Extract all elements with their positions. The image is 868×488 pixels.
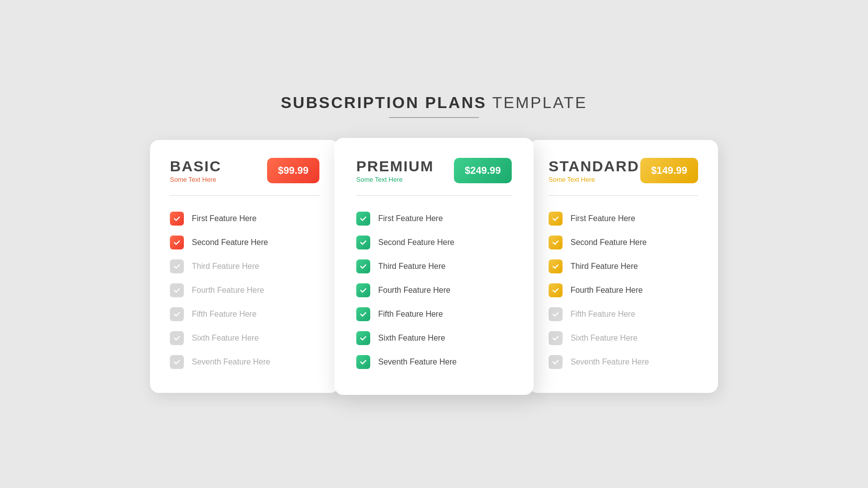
feature-text-standard-4: Fifth Feature Here bbox=[571, 310, 635, 319]
list-item: Seventh Feature Here bbox=[356, 351, 512, 373]
feature-text-standard-5: Sixth Feature Here bbox=[571, 334, 637, 343]
price-badge-standard[interactable]: $149.99 bbox=[640, 158, 698, 183]
list-item: Sixth Feature Here bbox=[170, 327, 319, 349]
list-item: Third Feature Here bbox=[170, 255, 319, 277]
list-item: Seventh Feature Here bbox=[549, 351, 698, 373]
check-icon-standard-2 bbox=[549, 259, 563, 273]
check-icon-premium-5 bbox=[356, 331, 370, 345]
plan-card-standard: STANDARDSome Text Here$149.99First Featu… bbox=[529, 140, 718, 393]
check-icon-premium-3 bbox=[356, 283, 370, 297]
feature-text-basic-6: Seventh Feature Here bbox=[192, 358, 270, 366]
list-item: Second Feature Here bbox=[549, 232, 698, 253]
feature-text-basic-1: Second Feature Here bbox=[192, 238, 268, 247]
feature-text-standard-6: Seventh Feature Here bbox=[571, 358, 649, 366]
plan-name-basic: BASIC bbox=[170, 158, 221, 175]
list-item: Seventh Feature Here bbox=[170, 351, 319, 373]
check-icon-premium-4 bbox=[356, 307, 370, 321]
check-icon-premium-0 bbox=[356, 212, 370, 226]
feature-text-premium-5: Sixth Feature Here bbox=[378, 334, 445, 343]
page-title: SUBSCRIPTION PLANS TEMPLATE bbox=[281, 94, 587, 112]
plan-name-block-basic: BASICSome Text Here bbox=[170, 158, 221, 183]
divider-basic bbox=[170, 195, 319, 196]
plan-name-block-standard: STANDARDSome Text Here bbox=[549, 158, 639, 183]
list-item: Fifth Feature Here bbox=[170, 303, 319, 325]
check-icon-standard-3 bbox=[549, 283, 563, 297]
feature-text-premium-4: Fifth Feature Here bbox=[378, 310, 443, 319]
card-header-basic: BASICSome Text Here$99.99 bbox=[170, 158, 319, 183]
feature-text-basic-2: Third Feature Here bbox=[192, 262, 259, 271]
plan-name-block-premium: PREMIUMSome Text Here bbox=[356, 158, 434, 183]
list-item: Third Feature Here bbox=[356, 255, 512, 277]
page-header: SUBSCRIPTION PLANS TEMPLATE bbox=[281, 94, 587, 118]
check-icon-basic-6 bbox=[170, 355, 184, 369]
check-icon-standard-0 bbox=[549, 212, 563, 226]
feature-text-basic-4: Fifth Feature Here bbox=[192, 310, 257, 319]
plan-name-standard: STANDARD bbox=[549, 158, 639, 175]
list-item: First Feature Here bbox=[170, 208, 319, 230]
feature-text-standard-1: Second Feature Here bbox=[571, 238, 647, 247]
feature-text-premium-0: First Feature Here bbox=[378, 214, 443, 223]
list-item: Fourth Feature Here bbox=[170, 279, 319, 301]
check-icon-standard-4 bbox=[549, 307, 563, 321]
check-icon-basic-5 bbox=[170, 331, 184, 345]
check-icon-premium-2 bbox=[356, 259, 370, 273]
card-header-standard: STANDARDSome Text Here$149.99 bbox=[549, 158, 698, 183]
list-item: Fourth Feature Here bbox=[549, 279, 698, 301]
feature-list-basic: First Feature HereSecond Feature HereThi… bbox=[170, 208, 319, 373]
price-badge-basic[interactable]: $99.99 bbox=[267, 158, 319, 183]
plan-subtitle-basic: Some Text Here bbox=[170, 176, 221, 183]
feature-text-premium-2: Third Feature Here bbox=[378, 262, 445, 271]
list-item: First Feature Here bbox=[356, 208, 512, 230]
list-item: Fourth Feature Here bbox=[356, 279, 512, 301]
check-icon-standard-5 bbox=[549, 331, 563, 345]
check-icon-basic-2 bbox=[170, 259, 184, 273]
check-icon-basic-4 bbox=[170, 307, 184, 321]
feature-text-standard-3: Fourth Feature Here bbox=[571, 286, 643, 295]
feature-text-standard-2: Third Feature Here bbox=[571, 262, 638, 271]
check-icon-basic-1 bbox=[170, 236, 184, 249]
list-item: First Feature Here bbox=[549, 208, 698, 230]
plan-subtitle-standard: Some Text Here bbox=[549, 176, 639, 183]
list-item: Sixth Feature Here bbox=[549, 327, 698, 349]
plan-subtitle-premium: Some Text Here bbox=[356, 176, 434, 183]
title-underline bbox=[389, 117, 479, 118]
card-header-premium: PREMIUMSome Text Here$249.99 bbox=[356, 158, 512, 183]
feature-text-standard-0: First Feature Here bbox=[571, 214, 635, 223]
feature-text-basic-0: First Feature Here bbox=[192, 214, 257, 223]
feature-text-premium-3: Fourth Feature Here bbox=[378, 286, 450, 295]
plan-name-premium: PREMIUM bbox=[356, 158, 434, 175]
list-item: Third Feature Here bbox=[549, 255, 698, 277]
list-item: Fifth Feature Here bbox=[549, 303, 698, 325]
list-item: Second Feature Here bbox=[170, 232, 319, 253]
list-item: Sixth Feature Here bbox=[356, 327, 512, 349]
check-icon-premium-6 bbox=[356, 355, 370, 369]
check-icon-basic-0 bbox=[170, 212, 184, 226]
divider-standard bbox=[549, 195, 698, 196]
list-item: Fifth Feature Here bbox=[356, 303, 512, 325]
check-icon-standard-1 bbox=[549, 236, 563, 249]
cards-container: BASICSome Text Here$99.99First Feature H… bbox=[150, 138, 718, 395]
feature-list-premium: First Feature HereSecond Feature HereThi… bbox=[356, 208, 512, 373]
list-item: Second Feature Here bbox=[356, 232, 512, 253]
plan-card-basic: BASICSome Text Here$99.99First Feature H… bbox=[150, 140, 339, 393]
check-icon-standard-6 bbox=[549, 355, 563, 369]
check-icon-premium-1 bbox=[356, 236, 370, 249]
price-badge-premium[interactable]: $249.99 bbox=[454, 158, 512, 183]
check-icon-basic-3 bbox=[170, 283, 184, 297]
feature-text-premium-1: Second Feature Here bbox=[378, 238, 454, 247]
divider-premium bbox=[356, 195, 512, 196]
plan-card-premium: PREMIUMSome Text Here$249.99First Featur… bbox=[334, 138, 534, 395]
feature-list-standard: First Feature HereSecond Feature HereThi… bbox=[549, 208, 698, 373]
feature-text-basic-5: Sixth Feature Here bbox=[192, 334, 259, 343]
feature-text-basic-3: Fourth Feature Here bbox=[192, 286, 264, 295]
feature-text-premium-6: Seventh Feature Here bbox=[378, 358, 456, 366]
